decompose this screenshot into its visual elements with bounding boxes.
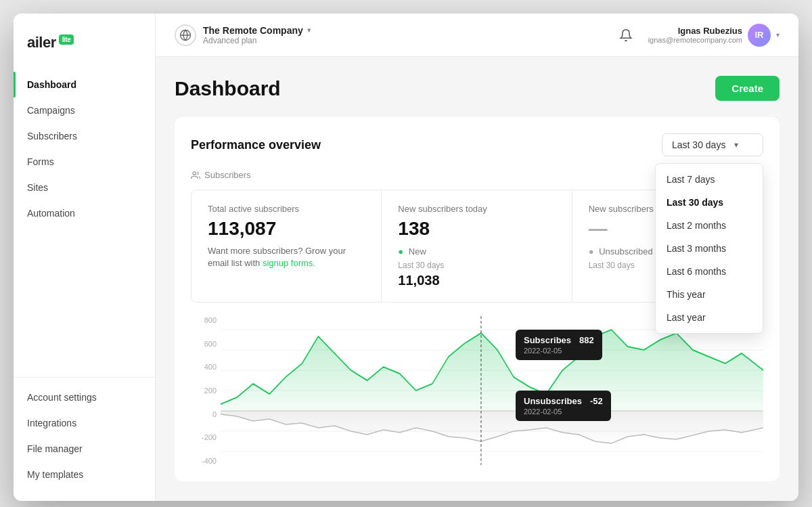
period-label: Last 30 days [672,139,725,150]
user-name: Ignas Rubezius [648,26,742,36]
logo-badge: lite [59,35,74,45]
stat-total-active-text: Want more subscribers? Grow your email l… [208,245,365,269]
topbar: The Remote Company ▾ Advanced plan Ignas… [156,14,798,57]
company-selector[interactable]: The Remote Company ▾ Advanced plan [175,24,311,46]
sidebar-item-automation[interactable]: Automation [14,200,155,226]
sidebar-item-label: Subscribers [27,131,77,141]
main-content: The Remote Company ▾ Advanced plan Ignas… [156,14,798,501]
logo-name: ailer [27,34,56,51]
sidebar-item-file-manager[interactable]: File manager [14,436,155,462]
globe-icon [175,24,196,46]
sidebar-item-label: Account settings [27,392,97,403]
y-label-minus400: -400 [191,457,221,465]
sidebar: ailerlite Dashboard Campaigns Subscriber… [14,14,156,501]
sidebar-item-label: My templates [27,469,83,480]
dropdown-item-last-year[interactable]: Last year [656,306,763,329]
sidebar-item-dashboard[interactable]: Dashboard [14,72,155,97]
dropdown-item-last-6-months[interactable]: Last 6 months [656,260,763,283]
overview-header: Performance overview Last 30 days ▾ Last… [191,133,763,156]
sidebar-item-forms[interactable]: Forms [14,149,155,175]
sidebar-item-my-templates[interactable]: My templates [14,462,155,487]
stat-total-active-label: Total active subscribers [208,204,365,214]
y-label-0: 0 [191,410,221,418]
period-dropdown-button[interactable]: Last 30 days ▾ [662,133,763,156]
notifications-button[interactable] [614,24,637,47]
stat-total-active: Total active subscribers 113,087 Want mo… [191,190,382,302]
dropdown-item-last-3-months[interactable]: Last 3 months [656,237,763,260]
chart-svg [221,316,763,465]
dropdown-item-last-7-days[interactable]: Last 7 days [656,168,763,191]
overview-card: Performance overview Last 30 days ▾ Last… [175,117,780,481]
company-info: The Remote Company ▾ Advanced plan [203,25,311,45]
y-label-800: 800 [191,316,221,324]
period-dropdown-wrapper: Last 30 days ▾ Last 7 days Last 30 days … [662,133,763,156]
chart-container: 800 600 400 200 0 -200 -400 [191,316,763,465]
user-menu-chevron: ▾ [776,31,780,39]
company-name: The Remote Company ▾ [203,25,311,36]
user-info: Ignas Rubezius ignas@remotecompany.com [648,26,742,44]
stat-new-today-value: 138 [398,218,555,240]
subscribes-area [221,330,763,411]
y-label-400: 400 [191,363,221,371]
page-title: Dashboard [175,77,281,100]
y-axis: 800 600 400 200 0 -200 -400 [191,316,221,465]
topbar-right: Ignas Rubezius ignas@remotecompany.com I… [614,24,780,47]
stat-new-sub: ● New Last 30 days 11,038 [398,246,555,288]
overview-title: Performance overview [191,138,321,152]
dropdown-item-this-year[interactable]: This year [656,283,763,306]
dropdown-chevron-icon: ▾ [734,140,738,150]
green-dot-icon: ● [398,246,403,257]
y-label-600: 600 [191,340,221,348]
period-dropdown-menu: Last 7 days Last 30 days Last 2 months L… [655,163,763,334]
stat-new-period: Last 30 days [398,261,555,270]
company-plan: Advanced plan [203,36,311,45]
subscribers-icon [191,171,200,180]
svg-point-1 [193,171,196,175]
user-area[interactable]: Ignas Rubezius ignas@remotecompany.com I… [648,24,780,47]
user-email: ignas@remotecompany.com [648,36,742,44]
nav-section: Dashboard Campaigns Subscribers Forms Si… [14,72,155,377]
logo-area: ailerlite [14,27,155,72]
sidebar-item-label: Integrations [27,418,76,428]
sidebar-item-label: File manager [27,443,83,454]
stat-total-active-value: 113,087 [208,218,365,240]
sidebar-item-label: Forms [27,156,54,167]
y-label-200: 200 [191,387,221,395]
create-button[interactable]: Create [715,76,780,101]
dropdown-item-last-2-months[interactable]: Last 2 months [656,214,763,237]
avatar: IR [748,24,771,47]
nav-divider [14,226,155,242]
sidebar-item-account-settings[interactable]: Account settings [14,384,155,410]
nav-bottom: Account settings Integrations File manag… [14,377,155,487]
chevron-down-icon: ▾ [307,26,311,34]
stat-new-today: New subscribers today 138 ● New Last 30 … [382,190,572,302]
stat-new-today-label: New subscribers today [398,204,555,214]
sidebar-item-label: Automation [27,208,75,219]
stat-new-period-value: 11,038 [398,273,555,288]
section-label-text: Subscribers [204,170,251,180]
gray-dot-icon: ● [589,246,594,257]
y-label-minus200: -200 [191,433,221,441]
page-header: Dashboard Create [175,76,780,101]
sidebar-item-subscribers[interactable]: Subscribers [14,123,155,149]
sidebar-item-label: Campaigns [27,105,75,116]
dropdown-item-last-30-days[interactable]: Last 30 days [656,191,763,214]
logo-text: ailerlite [27,34,74,51]
sidebar-item-campaigns[interactable]: Campaigns [14,97,155,123]
sidebar-item-label: Dashboard [27,79,76,90]
page-content: Dashboard Create Performance overview La… [156,57,798,501]
stat-new-label: ● New [398,246,555,257]
sidebar-item-label: Sites [27,182,48,193]
sidebar-item-integrations[interactable]: Integrations [14,410,155,436]
signup-forms-link[interactable]: signup forms. [263,258,315,268]
sidebar-item-sites[interactable]: Sites [14,175,155,200]
